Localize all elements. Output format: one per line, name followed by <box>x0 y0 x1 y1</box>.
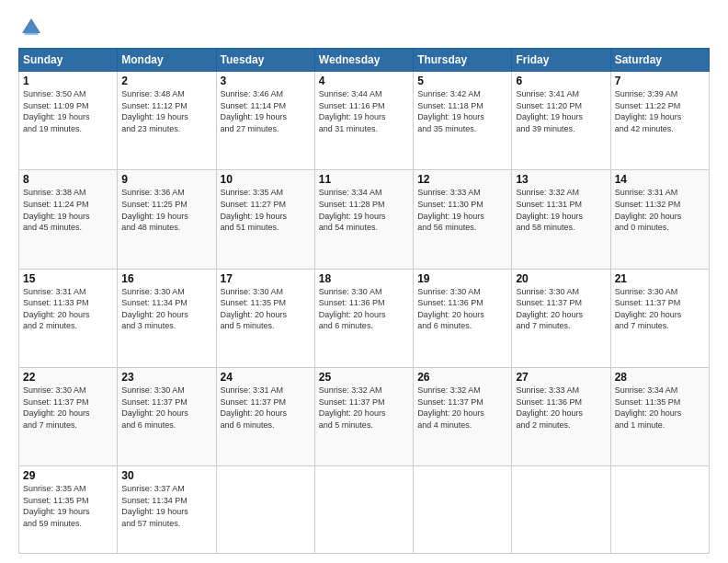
day-number: 12 <box>417 173 507 186</box>
calendar-week-row: 29Sunrise: 3:35 AM Sunset: 11:35 PM Dayl… <box>19 466 710 554</box>
cell-daylight-text: Sunrise: 3:32 AM Sunset: 11:37 PM Daylig… <box>319 385 409 431</box>
cell-daylight-text: Sunrise: 3:35 AM Sunset: 11:35 PM Daylig… <box>23 483 113 529</box>
cell-daylight-text: Sunrise: 3:50 AM Sunset: 11:09 PM Daylig… <box>23 88 113 134</box>
calendar-table: SundayMondayTuesdayWednesdayThursdayFrid… <box>18 48 710 554</box>
calendar-cell: 8Sunrise: 3:38 AM Sunset: 11:24 PM Dayli… <box>19 170 118 269</box>
calendar-cell: 29Sunrise: 3:35 AM Sunset: 11:35 PM Dayl… <box>19 466 118 554</box>
calendar-cell: 6Sunrise: 3:41 AM Sunset: 11:20 PM Dayli… <box>512 72 610 170</box>
day-number: 30 <box>121 469 211 482</box>
calendar-cell: 10Sunrise: 3:35 AM Sunset: 11:27 PM Dayl… <box>216 170 314 269</box>
day-number: 26 <box>417 371 507 384</box>
day-number: 21 <box>615 272 705 285</box>
cell-daylight-text: Sunrise: 3:30 AM Sunset: 11:37 PM Daylig… <box>121 385 211 431</box>
calendar-cell: 14Sunrise: 3:31 AM Sunset: 11:32 PM Dayl… <box>610 170 709 269</box>
calendar-cell: 18Sunrise: 3:30 AM Sunset: 11:36 PM Dayl… <box>314 269 413 367</box>
col-header-tuesday: Tuesday <box>216 49 314 72</box>
cell-daylight-text: Sunrise: 3:31 AM Sunset: 11:33 PM Daylig… <box>23 286 113 332</box>
calendar-cell: 5Sunrise: 3:42 AM Sunset: 11:18 PM Dayli… <box>414 72 512 170</box>
calendar-cell: 17Sunrise: 3:30 AM Sunset: 11:35 PM Dayl… <box>216 269 314 367</box>
cell-daylight-text: Sunrise: 3:32 AM Sunset: 11:37 PM Daylig… <box>417 385 507 431</box>
calendar-cell: 16Sunrise: 3:30 AM Sunset: 11:34 PM Dayl… <box>118 269 216 367</box>
day-number: 18 <box>319 272 409 285</box>
day-number: 25 <box>319 371 409 384</box>
calendar-cell: 30Sunrise: 3:37 AM Sunset: 11:34 PM Dayl… <box>118 466 216 554</box>
calendar-cell <box>216 466 314 554</box>
calendar-cell: 25Sunrise: 3:32 AM Sunset: 11:37 PM Dayl… <box>314 367 413 465</box>
calendar-cell: 21Sunrise: 3:30 AM Sunset: 11:37 PM Dayl… <box>610 269 709 367</box>
cell-daylight-text: Sunrise: 3:44 AM Sunset: 11:16 PM Daylig… <box>319 88 409 134</box>
cell-daylight-text: Sunrise: 3:37 AM Sunset: 11:34 PM Daylig… <box>121 483 211 529</box>
cell-daylight-text: Sunrise: 3:46 AM Sunset: 11:14 PM Daylig… <box>221 88 311 134</box>
cell-daylight-text: Sunrise: 3:30 AM Sunset: 11:35 PM Daylig… <box>221 286 311 332</box>
day-number: 15 <box>23 272 113 285</box>
day-number: 13 <box>516 173 606 186</box>
calendar-cell: 24Sunrise: 3:31 AM Sunset: 11:37 PM Dayl… <box>216 367 314 465</box>
calendar-cell: 1Sunrise: 3:50 AM Sunset: 11:09 PM Dayli… <box>19 72 118 170</box>
calendar-cell: 26Sunrise: 3:32 AM Sunset: 11:37 PM Dayl… <box>414 367 512 465</box>
calendar-cell: 2Sunrise: 3:48 AM Sunset: 11:12 PM Dayli… <box>118 72 216 170</box>
day-number: 2 <box>121 75 211 87</box>
day-number: 11 <box>319 173 409 186</box>
calendar-cell: 12Sunrise: 3:33 AM Sunset: 11:30 PM Dayl… <box>414 170 512 269</box>
calendar-cell: 3Sunrise: 3:46 AM Sunset: 11:14 PM Dayli… <box>216 72 314 170</box>
col-header-saturday: Saturday <box>610 49 709 72</box>
calendar-cell: 22Sunrise: 3:30 AM Sunset: 11:37 PM Dayl… <box>19 367 118 465</box>
cell-daylight-text: Sunrise: 3:41 AM Sunset: 11:20 PM Daylig… <box>516 88 606 134</box>
calendar-cell: 4Sunrise: 3:44 AM Sunset: 11:16 PM Dayli… <box>314 72 413 170</box>
day-number: 16 <box>121 272 211 285</box>
day-number: 24 <box>221 371 311 384</box>
day-number: 23 <box>121 371 211 384</box>
day-number: 5 <box>417 75 507 87</box>
calendar-cell: 23Sunrise: 3:30 AM Sunset: 11:37 PM Dayl… <box>118 367 216 465</box>
calendar-cell: 20Sunrise: 3:30 AM Sunset: 11:37 PM Dayl… <box>512 269 610 367</box>
cell-daylight-text: Sunrise: 3:30 AM Sunset: 11:37 PM Daylig… <box>516 286 606 332</box>
calendar-page: SundayMondayTuesdayWednesdayThursdayFrid… <box>0 0 728 563</box>
calendar-cell: 11Sunrise: 3:34 AM Sunset: 11:28 PM Dayl… <box>314 170 413 269</box>
calendar-cell: 27Sunrise: 3:33 AM Sunset: 11:36 PM Dayl… <box>512 367 610 465</box>
cell-daylight-text: Sunrise: 3:30 AM Sunset: 11:34 PM Daylig… <box>121 286 211 332</box>
day-number: 10 <box>221 173 311 186</box>
cell-daylight-text: Sunrise: 3:31 AM Sunset: 11:37 PM Daylig… <box>221 385 311 431</box>
logo-icon <box>18 15 44 40</box>
day-number: 14 <box>615 173 705 186</box>
cell-daylight-text: Sunrise: 3:36 AM Sunset: 11:25 PM Daylig… <box>121 187 211 233</box>
calendar-header-row: SundayMondayTuesdayWednesdayThursdayFrid… <box>19 49 710 72</box>
cell-daylight-text: Sunrise: 3:48 AM Sunset: 11:12 PM Daylig… <box>121 88 211 134</box>
cell-daylight-text: Sunrise: 3:30 AM Sunset: 11:37 PM Daylig… <box>23 385 113 431</box>
header <box>18 15 710 40</box>
cell-daylight-text: Sunrise: 3:39 AM Sunset: 11:22 PM Daylig… <box>615 88 705 134</box>
day-number: 8 <box>23 173 113 186</box>
col-header-friday: Friday <box>512 49 610 72</box>
cell-daylight-text: Sunrise: 3:32 AM Sunset: 11:31 PM Daylig… <box>516 187 606 233</box>
day-number: 29 <box>23 469 113 482</box>
calendar-week-row: 22Sunrise: 3:30 AM Sunset: 11:37 PM Dayl… <box>19 367 710 465</box>
day-number: 17 <box>221 272 311 285</box>
cell-daylight-text: Sunrise: 3:42 AM Sunset: 11:18 PM Daylig… <box>417 88 507 134</box>
day-number: 19 <box>417 272 507 285</box>
day-number: 28 <box>615 371 705 384</box>
calendar-cell <box>512 466 610 554</box>
calendar-cell: 28Sunrise: 3:34 AM Sunset: 11:35 PM Dayl… <box>610 367 709 465</box>
cell-daylight-text: Sunrise: 3:35 AM Sunset: 11:27 PM Daylig… <box>221 187 311 233</box>
cell-daylight-text: Sunrise: 3:33 AM Sunset: 11:30 PM Daylig… <box>417 187 507 233</box>
day-number: 1 <box>23 75 113 87</box>
calendar-cell <box>414 466 512 554</box>
col-header-monday: Monday <box>118 49 216 72</box>
cell-daylight-text: Sunrise: 3:30 AM Sunset: 11:36 PM Daylig… <box>319 286 409 332</box>
cell-daylight-text: Sunrise: 3:30 AM Sunset: 11:37 PM Daylig… <box>615 286 705 332</box>
logo <box>18 15 48 40</box>
cell-daylight-text: Sunrise: 3:31 AM Sunset: 11:32 PM Daylig… <box>615 187 705 233</box>
calendar-cell: 9Sunrise: 3:36 AM Sunset: 11:25 PM Dayli… <box>118 170 216 269</box>
day-number: 6 <box>516 75 606 87</box>
cell-daylight-text: Sunrise: 3:30 AM Sunset: 11:36 PM Daylig… <box>417 286 507 332</box>
day-number: 3 <box>221 75 311 87</box>
cell-daylight-text: Sunrise: 3:34 AM Sunset: 11:28 PM Daylig… <box>319 187 409 233</box>
day-number: 20 <box>516 272 606 285</box>
calendar-cell: 7Sunrise: 3:39 AM Sunset: 11:22 PM Dayli… <box>610 72 709 170</box>
calendar-week-row: 1Sunrise: 3:50 AM Sunset: 11:09 PM Dayli… <box>19 72 710 170</box>
calendar-cell <box>314 466 413 554</box>
calendar-cell: 15Sunrise: 3:31 AM Sunset: 11:33 PM Dayl… <box>19 269 118 367</box>
calendar-cell <box>610 466 709 554</box>
col-header-thursday: Thursday <box>414 49 512 72</box>
cell-daylight-text: Sunrise: 3:33 AM Sunset: 11:36 PM Daylig… <box>516 385 606 431</box>
